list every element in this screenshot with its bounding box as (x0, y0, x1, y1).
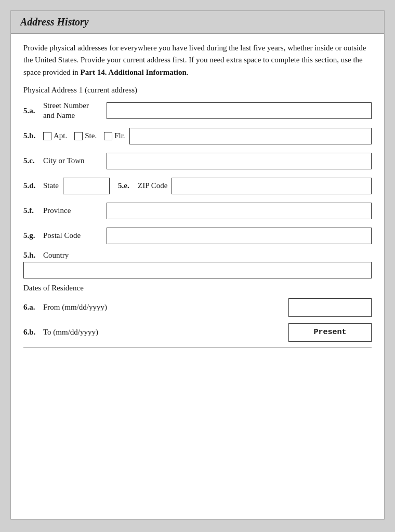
field-5b-number: 5.b. (23, 131, 43, 140)
field-5a-number: 5.a. (23, 107, 43, 115)
section-title: Address History (20, 16, 375, 28)
field-6a-label: From (mm/dd/yyyy) (43, 303, 107, 312)
field-6a-number: 6.a. (23, 303, 43, 312)
field-5h-row: 5.h. Country (23, 251, 372, 278)
field-5h-label-row: 5.h. Country (23, 251, 372, 260)
apt-checkbox[interactable] (43, 132, 51, 140)
ste-label: Ste. (85, 131, 97, 140)
apt-checkbox-item: Apt. (43, 131, 67, 140)
field-5g-label: Postal Code (43, 231, 100, 240)
apt-label: Apt. (54, 131, 67, 140)
field-5d-5e-row: 5.d. State 5.e. ZIP Code (23, 176, 372, 196)
flr-checkbox-item: Flr. (104, 131, 125, 140)
field-5f-label: Province (43, 206, 100, 215)
field-6b-present: Present (288, 323, 372, 342)
field-6a-input[interactable] (288, 298, 372, 317)
content-area: Provide physical addresses for everywher… (11, 34, 384, 361)
field-5g-row: 5.g. Postal Code (23, 226, 372, 246)
apt-checkbox-group: Apt. Ste. Flr. (43, 131, 125, 140)
field-5c-row: 5.c. City or Town (23, 151, 372, 171)
field-5a-input[interactable] (107, 102, 372, 119)
subsection-title: Physical Address 1 (current address) (23, 86, 372, 95)
field-5d-number: 5.d. (23, 181, 43, 190)
field-5f-row: 5.f. Province (23, 201, 372, 221)
field-6a-row: 6.a. From (mm/dd/yyyy) (23, 298, 372, 317)
field-5g-input[interactable] (107, 228, 372, 244)
ste-checkbox[interactable] (74, 132, 83, 140)
field-5e-label: ZIP Code (138, 181, 167, 190)
intro-bold: Part 14. Additional Information (81, 68, 187, 76)
intro-paragraph: Provide physical addresses for everywher… (23, 42, 372, 78)
field-5h-number: 5.h. (23, 251, 43, 260)
field-5c-input[interactable] (107, 153, 372, 169)
field-5e-number: 5.e. (118, 181, 138, 190)
field-5a-row: 5.a. Street Numberand Name (23, 101, 372, 121)
field-6b-row: 6.b. To (mm/dd/yyyy) Present (23, 323, 372, 342)
field-5b-input[interactable] (129, 128, 372, 144)
flr-label: Flr. (114, 131, 125, 140)
flr-checkbox[interactable] (104, 132, 112, 140)
field-5d-label: State (43, 181, 59, 190)
field-6b-number: 6.b. (23, 328, 43, 337)
field-5f-input[interactable] (107, 203, 372, 219)
field-5e-input[interactable] (172, 178, 372, 194)
page: Address History Provide physical address… (10, 10, 385, 520)
ste-checkbox-item: Ste. (74, 131, 97, 140)
field-5d-input[interactable] (63, 178, 110, 194)
field-5c-label: City or Town (43, 156, 100, 165)
field-5c-number: 5.c. (23, 156, 43, 165)
dates-title: Dates of Residence (23, 284, 372, 292)
field-5h-input[interactable] (23, 262, 372, 278)
field-5f-number: 5.f. (23, 206, 43, 215)
field-5h-label: Country (43, 251, 69, 260)
intro-text-1: Provide physical addresses for everywher… (23, 44, 366, 76)
field-5g-number: 5.g. (23, 231, 43, 240)
section-header: Address History (11, 11, 384, 34)
intro-text-2: . (187, 68, 189, 76)
bottom-divider (23, 348, 372, 348)
field-5a-label: Street Numberand Name (43, 101, 100, 121)
field-5b-row: 5.b. Apt. Ste. Flr. (23, 126, 372, 146)
field-6b-label: To (mm/dd/yyyy) (43, 328, 98, 337)
